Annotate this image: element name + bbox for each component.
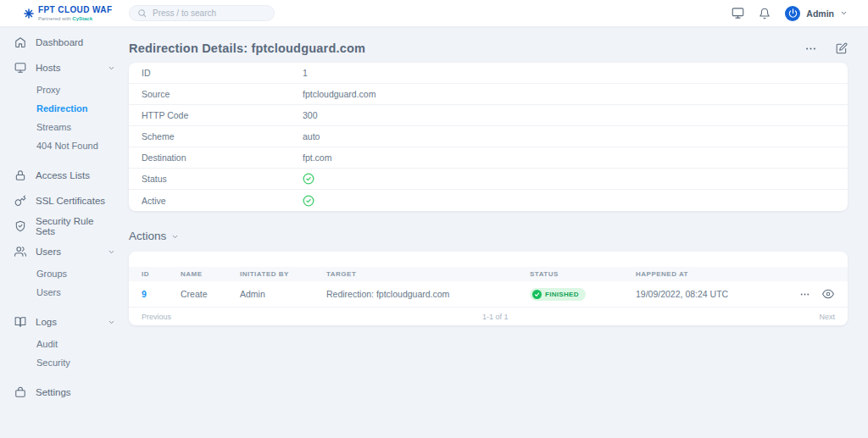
cell-name: Create xyxy=(181,289,240,299)
key-icon xyxy=(14,195,26,207)
user-name: Admin xyxy=(806,8,834,19)
sidebar-item-logs[interactable]: Logs xyxy=(0,309,129,335)
search-input[interactable] xyxy=(153,8,266,18)
settings-icon xyxy=(14,386,26,398)
book-icon xyxy=(14,316,26,328)
redirection-details-card: ID 1 Source fptcloudguard.com HTTP Code … xyxy=(129,63,848,211)
sidebar-item-streams[interactable]: Streams xyxy=(0,118,129,136)
sidebar-item-proxy[interactable]: Proxy xyxy=(0,80,129,99)
detail-row-id: ID 1 xyxy=(129,63,848,84)
pagination-range: 1-1 of 1 xyxy=(171,313,819,321)
actions-table-card: ID NAME INITIATED BY TARGET STATUS HAPPE… xyxy=(129,252,848,325)
home-icon xyxy=(14,36,26,48)
sidebar-item-users-sub[interactable]: Users xyxy=(0,283,129,302)
more-options-icon[interactable] xyxy=(804,42,817,55)
page-title: Redirection Details: fptcloudguard.com xyxy=(129,42,365,55)
detail-row-scheme: Scheme auto xyxy=(129,126,848,147)
check-circle-icon xyxy=(303,173,314,185)
action-id-link[interactable]: 9 xyxy=(142,289,147,299)
user-avatar xyxy=(785,6,800,21)
sidebar-item-redirection[interactable]: Redirection xyxy=(0,99,129,118)
edit-icon[interactable] xyxy=(836,42,848,54)
sidebar-item-ssl-certificates[interactable]: SSL Certificates xyxy=(0,188,129,213)
cell-initiated-by: Admin xyxy=(240,289,326,299)
notifications-bell-icon[interactable] xyxy=(759,8,771,19)
sidebar-item-security-rule-sets[interactable]: Security Rule Sets xyxy=(0,213,129,239)
detail-row-source: Source fptcloudguard.com xyxy=(129,84,848,105)
brand-title: FPT CLOUD WAF xyxy=(38,6,112,14)
chevron-down-icon xyxy=(171,233,179,241)
sidebar-item-access-lists[interactable]: Access Lists xyxy=(0,163,129,188)
cell-happened-at: 19/09/2022, 08:24 UTC xyxy=(636,289,799,299)
search-bar[interactable] xyxy=(129,5,275,21)
view-eye-icon[interactable] xyxy=(822,288,834,300)
display-icon[interactable] xyxy=(732,7,744,19)
brand-logo[interactable]: FPT CLOUD WAF Partnered with CyStack xyxy=(24,6,129,21)
detail-row-status: Status xyxy=(129,169,848,190)
chevron-down-icon xyxy=(108,319,115,326)
detail-row-active: Active xyxy=(129,190,848,211)
user-menu[interactable]: Admin xyxy=(785,6,848,21)
top-header: FPT CLOUD WAF Partnered with CyStack Adm… xyxy=(0,0,868,26)
sidebar-item-audit[interactable]: Audit xyxy=(0,335,129,353)
chevron-down-icon xyxy=(840,9,848,17)
chevron-down-icon xyxy=(108,248,115,256)
fpt-logo-icon xyxy=(24,8,34,19)
next-button[interactable]: Next xyxy=(819,313,835,321)
detail-row-destination: Destination fpt.com xyxy=(129,147,848,169)
shield-check-icon xyxy=(14,220,26,232)
table-row: 9 Create Admin Redirection: fptcloudguar… xyxy=(129,281,848,308)
row-more-options-icon[interactable] xyxy=(799,289,810,300)
actions-table-header: ID NAME INITIATED BY TARGET STATUS HAPPE… xyxy=(129,267,848,281)
users-icon xyxy=(14,246,26,258)
sidebar-item-hosts[interactable]: Hosts xyxy=(0,55,129,80)
search-icon xyxy=(137,8,147,18)
chevron-down-icon xyxy=(108,64,115,72)
previous-button[interactable]: Previous xyxy=(142,313,171,321)
sidebar-item-404-not-found[interactable]: 404 Not Found xyxy=(0,136,129,155)
cell-target: Redirection: fptcloudguard.com xyxy=(326,289,530,299)
actions-section-header[interactable]: Actions xyxy=(129,227,848,244)
page-header: Redirection Details: fptcloudguard.com xyxy=(129,37,848,59)
sidebar-nav: Dashboard Hosts Proxy Redirection Stream… xyxy=(0,26,129,405)
sidebar-item-settings[interactable]: Settings xyxy=(0,380,129,405)
check-icon xyxy=(532,290,542,299)
check-circle-icon xyxy=(303,195,314,207)
status-badge: FINISHED xyxy=(530,288,586,301)
sidebar-item-dashboard[interactable]: Dashboard xyxy=(0,30,129,55)
sidebar-item-users[interactable]: Users xyxy=(0,239,129,264)
sidebar-item-security-log[interactable]: Security xyxy=(0,353,129,372)
actions-title: Actions xyxy=(129,230,166,242)
brand-tagline: Partnered with CyStack xyxy=(38,16,112,21)
table-pagination: Previous 1-1 of 1 Next xyxy=(129,308,848,325)
detail-row-http-code: HTTP Code 300 xyxy=(129,105,848,126)
main-content: Redirection Details: fptcloudguard.com I… xyxy=(129,26,848,325)
sidebar-item-groups[interactable]: Groups xyxy=(0,264,129,283)
lock-icon xyxy=(14,169,26,181)
monitor-icon xyxy=(14,62,26,74)
